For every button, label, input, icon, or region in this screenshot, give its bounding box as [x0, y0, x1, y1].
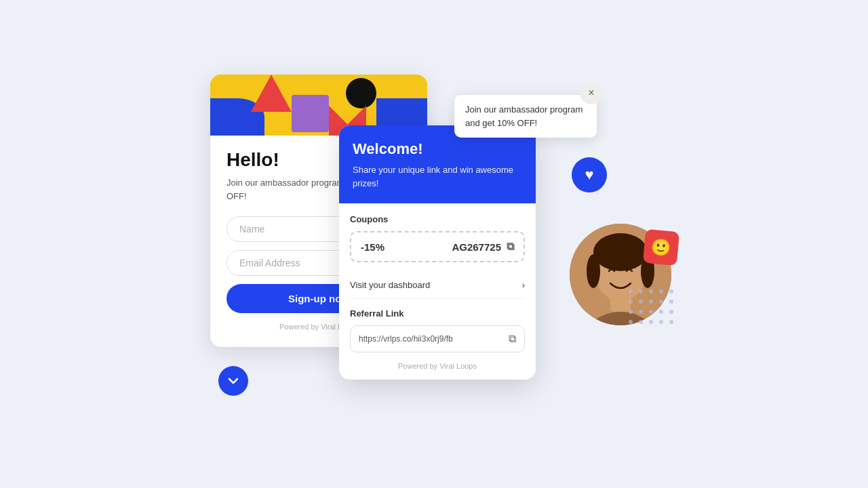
svg-point-26 [659, 320, 663, 324]
svg-point-11 [659, 289, 663, 293]
svg-point-25 [649, 320, 653, 324]
svg-point-21 [659, 310, 663, 314]
coupon-copy-icon[interactable]: ⧉ [507, 241, 514, 253]
shape-purple-rect [292, 95, 329, 132]
referral-link-box: https://vrlps.co/hii3x0rj9/fb ⧉ [350, 325, 525, 352]
avatar-container: 🙂 [570, 224, 671, 325]
dashboard-label: Visit your dashboard [350, 280, 430, 290]
svg-point-23 [629, 320, 633, 324]
shape-red-triangle [251, 75, 292, 112]
svg-point-9 [639, 289, 643, 293]
svg-point-20 [649, 310, 653, 314]
heart-button[interactable]: ♥ [572, 157, 607, 192]
dots-decoration [624, 285, 685, 332]
dashboard-row[interactable]: Visit your dashboard › [350, 272, 525, 299]
close-button[interactable]: × [580, 81, 603, 104]
svg-point-18 [629, 310, 633, 314]
chevron-right-icon: › [522, 280, 525, 290]
referral-link-text: https://vrlps.co/hii3x0rj9/fb [359, 334, 453, 344]
svg-point-5 [593, 233, 648, 271]
coupons-label: Coupons [350, 214, 525, 224]
coupon-discount: -15% [361, 241, 384, 253]
svg-point-24 [639, 320, 643, 324]
svg-point-15 [649, 300, 653, 304]
welcome-powered: Powered by Viral Loops [350, 362, 525, 370]
welcome-subtitle: Share your unique link and win awesome p… [353, 163, 522, 190]
svg-point-16 [659, 300, 663, 304]
svg-point-14 [639, 300, 643, 304]
card-welcome-body: Coupons -15% AG267725 ⧉ Visit your dashb… [339, 203, 536, 380]
card-welcome: Welcome! Share your unique link and win … [339, 125, 536, 380]
smiley-badge: 🙂 [643, 229, 679, 266]
chevron-down-icon [227, 375, 239, 387]
coupon-code: AG267725 ⧉ [452, 241, 514, 253]
referral-copy-icon[interactable]: ⧉ [509, 333, 516, 345]
tooltip-bubble: Join our ambassador program and get 10% … [454, 95, 597, 138]
svg-point-8 [629, 289, 633, 293]
svg-point-12 [669, 289, 673, 293]
chevron-down-button[interactable] [218, 366, 248, 396]
svg-point-6 [587, 254, 600, 288]
svg-point-17 [669, 300, 673, 304]
shape-black-circle [346, 78, 376, 108]
svg-point-22 [669, 310, 673, 314]
coupon-box: -15% AG267725 ⧉ [350, 231, 525, 262]
svg-point-19 [639, 310, 643, 314]
referral-label: Referral Link [350, 308, 525, 319]
svg-point-27 [669, 320, 673, 324]
tooltip-text: Join our ambassador program and get 10% … [465, 104, 583, 128]
svg-point-13 [629, 300, 633, 304]
welcome-title: Welcome! [353, 140, 522, 158]
svg-point-10 [649, 289, 653, 293]
